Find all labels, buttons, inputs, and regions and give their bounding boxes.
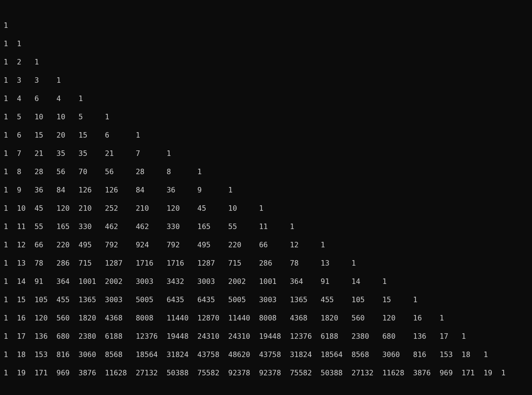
triangle-row: 1 8 28 56 70 56 28 8 1 bbox=[4, 167, 530, 176]
triangle-row: 1 17 136 680 2380 6188 12376 19448 24310… bbox=[4, 332, 530, 341]
triangle-row: 1 14 91 364 1001 2002 3003 3432 3003 200… bbox=[4, 277, 530, 286]
triangle-row: 1 1 bbox=[4, 39, 530, 48]
triangle-row: 1 3 3 1 bbox=[4, 76, 530, 85]
triangle-row: 1 16 120 560 1820 4368 8008 11440 12870 … bbox=[4, 314, 530, 323]
pascal-triangle: 11 11 2 11 3 3 11 4 6 4 11 5 10 10 5 11 … bbox=[4, 21, 530, 378]
triangle-row: 1 bbox=[4, 21, 530, 30]
triangle-row: 1 4 6 4 1 bbox=[4, 94, 530, 103]
triangle-row: 1 19 171 969 3876 11628 27132 50388 7558… bbox=[4, 368, 530, 378]
triangle-row: 1 15 105 455 1365 3003 5005 6435 6435 50… bbox=[4, 295, 530, 304]
triangle-row: 1 9 36 84 126 126 84 36 9 1 bbox=[4, 186, 530, 195]
triangle-row: 1 18 153 816 3060 8568 18564 31824 43758… bbox=[4, 350, 530, 359]
triangle-row: 1 12 66 220 495 792 924 792 495 220 66 1… bbox=[4, 240, 530, 250]
triangle-row: 1 13 78 286 715 1287 1716 1716 1287 715 … bbox=[4, 259, 530, 268]
triangle-row: 1 11 55 165 330 462 462 330 165 55 11 1 bbox=[4, 222, 530, 231]
console-output: 11 11 2 11 3 3 11 4 6 4 11 5 10 10 5 11 … bbox=[0, 0, 532, 395]
triangle-row: 1 2 1 bbox=[4, 58, 530, 67]
triangle-row: 1 7 21 35 35 21 7 1 bbox=[4, 149, 530, 158]
triangle-row: 1 6 15 20 15 6 1 bbox=[4, 131, 530, 140]
triangle-row: 1 10 45 120 210 252 210 120 45 10 1 bbox=[4, 204, 530, 213]
triangle-row: 1 5 10 10 5 1 bbox=[4, 112, 530, 122]
